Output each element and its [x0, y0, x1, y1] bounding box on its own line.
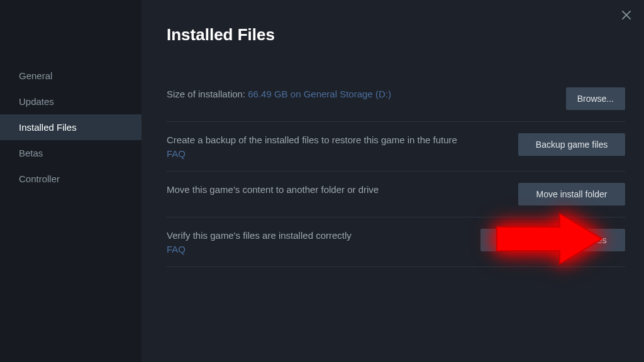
move-text: Move this game's content to another fold… [167, 183, 493, 197]
sidebar-item-general[interactable]: General [0, 63, 142, 89]
sidebar-item-updates[interactable]: Updates [0, 89, 142, 114]
sidebar: General Updates Installed Files Betas Co… [0, 0, 142, 362]
sidebar-item-installed-files[interactable]: Installed Files [0, 114, 142, 140]
backup-button[interactable]: Backup game files [518, 133, 625, 156]
main-content: Installed Files Size of installation: 66… [142, 0, 644, 362]
close-icon[interactable] [620, 9, 633, 21]
backup-faq-link[interactable]: FAQ [167, 148, 186, 159]
verify-faq-link[interactable]: FAQ [167, 244, 186, 255]
verify-button[interactable]: Verify integrity of game files [480, 229, 625, 251]
sidebar-item-betas[interactable]: Betas [0, 140, 142, 166]
move-button[interactable]: Move install folder [518, 183, 625, 206]
install-size-prefix: Size of installation: [167, 89, 248, 99]
sidebar-item-controller[interactable]: Controller [0, 166, 142, 192]
row-move: Move this game's content to another fold… [167, 172, 625, 217]
page-title: Installed Files [167, 25, 625, 45]
row-backup: Create a backup of the installed files t… [167, 122, 625, 172]
install-location-link[interactable]: 66.49 GB on General Storage (D:) [248, 89, 391, 99]
row-verify: Verify this game's files are installed c… [167, 217, 625, 267]
backup-text: Create a backup of the installed files t… [167, 133, 493, 147]
verify-text: Verify this game's files are installed c… [167, 229, 455, 243]
row-install-size: Size of installation: 66.49 GB on Genera… [167, 76, 625, 122]
browse-button[interactable]: Browse... [566, 87, 625, 110]
install-size-text: Size of installation: 66.49 GB on Genera… [167, 87, 541, 101]
